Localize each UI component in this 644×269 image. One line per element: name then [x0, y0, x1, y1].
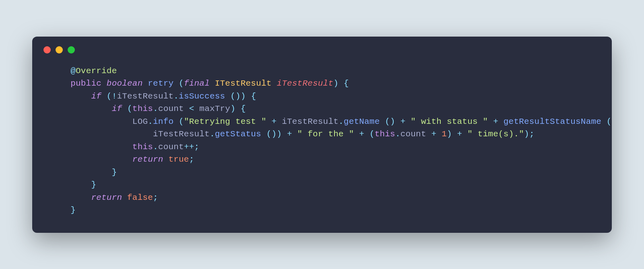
keyword-return: return: [91, 193, 122, 202]
indent: [50, 66, 70, 76]
indent: [50, 79, 70, 88]
space: [426, 129, 431, 139]
paren-open: (: [179, 79, 184, 88]
ident-log: LOG: [132, 117, 148, 126]
operator-plus: +: [457, 129, 462, 139]
dot: .: [148, 117, 153, 126]
string-1: "Retrying test ": [184, 117, 266, 126]
semicolon: ;: [529, 129, 535, 139]
space: [266, 117, 272, 126]
operator-plus: +: [400, 117, 406, 126]
semicolon: ;: [153, 193, 158, 202]
operator-plus: +: [359, 129, 364, 139]
dot: .: [395, 129, 400, 139]
paren-close: ): [333, 79, 339, 88]
space: [436, 129, 442, 139]
function-getresultstatusname: getResultStatusName: [504, 117, 601, 126]
space: [601, 117, 607, 126]
space: [122, 104, 127, 113]
brace-close: }: [70, 205, 76, 215]
operator-plus: +: [287, 129, 292, 139]
keyword-this: this: [132, 104, 153, 113]
code-block: @Override public boolean retry (final IT…: [32, 62, 612, 217]
space: [380, 117, 385, 126]
space: [452, 129, 457, 139]
paren-close: ): [230, 104, 235, 113]
paren-open: (: [230, 92, 235, 101]
space: [282, 129, 287, 139]
annotation-at: @: [70, 66, 76, 76]
dot: .: [339, 117, 344, 126]
ident-count: count: [158, 142, 184, 152]
paren-open: (: [607, 117, 612, 126]
paren-open: (: [179, 117, 184, 126]
space: [498, 117, 504, 126]
function-getstatus: getStatus: [215, 129, 261, 139]
keyword-this: this: [375, 129, 395, 139]
paren-close: ): [272, 129, 277, 139]
indent: [50, 142, 132, 152]
space: [406, 117, 411, 126]
paren-close: ): [241, 92, 246, 101]
space: [246, 92, 251, 101]
minimize-icon[interactable]: [56, 46, 63, 53]
indent: [50, 155, 132, 164]
ident-maxtry: maxTry: [199, 104, 230, 113]
string-2: " with status ": [411, 117, 488, 126]
space: [210, 79, 215, 88]
paren-open: (: [127, 104, 132, 113]
space: [122, 193, 127, 202]
type-itestresult: ITestResult: [215, 79, 272, 88]
operator-increment: ++: [184, 142, 194, 152]
number-one: 1: [442, 129, 447, 139]
brace-open: {: [251, 92, 256, 101]
space: [142, 79, 148, 88]
space: [173, 79, 179, 88]
indent: [50, 92, 91, 101]
space: [163, 155, 169, 164]
operator-plus: +: [431, 129, 437, 139]
semicolon: ;: [194, 142, 200, 152]
keyword-if: if: [112, 104, 122, 113]
indent: [50, 104, 112, 113]
indent: [50, 168, 112, 177]
ident-count: count: [400, 129, 426, 139]
operator-plus: +: [272, 117, 277, 126]
indent: [50, 193, 91, 202]
dot: .: [153, 142, 158, 152]
space: [194, 104, 200, 113]
operator-lt: <: [189, 104, 194, 113]
paren-close: ): [277, 129, 282, 139]
space: [364, 129, 369, 139]
maximize-icon[interactable]: [68, 46, 75, 53]
keyword-return: return: [132, 155, 163, 164]
bool-true: true: [168, 155, 189, 164]
space: [277, 117, 282, 126]
paren-close: ): [390, 117, 395, 126]
code-window: @Override public boolean retry (final IT…: [32, 37, 612, 233]
space: [173, 117, 179, 126]
window-titlebar: [32, 37, 612, 62]
space: [225, 92, 230, 101]
space: [101, 92, 107, 101]
space: [339, 79, 344, 88]
keyword-boolean: boolean: [107, 79, 143, 88]
ident-itestresult: iTestResult: [153, 129, 210, 139]
bool-false: false: [127, 193, 153, 202]
dot: .: [210, 129, 215, 139]
ident-count: count: [158, 104, 184, 113]
space: [462, 129, 467, 139]
close-icon[interactable]: [43, 46, 51, 53]
indent: [50, 129, 132, 139]
space: [184, 104, 189, 113]
space: [395, 117, 400, 126]
space: [235, 104, 241, 113]
indent: [50, 117, 132, 126]
keyword-final: final: [184, 79, 210, 88]
space: [272, 79, 277, 88]
indent: [50, 180, 91, 189]
brace-open: {: [241, 104, 246, 113]
paren-close: ): [235, 92, 241, 101]
param-itestresult: iTestResult: [277, 79, 333, 88]
paren-open: (: [266, 129, 272, 139]
